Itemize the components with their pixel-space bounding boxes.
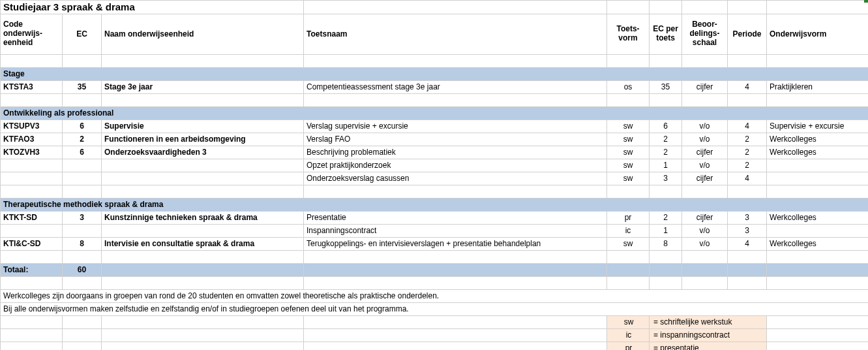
header-row: Code onderwijs-eenheidECNaam onderwijsee… [1,14,869,55]
table-row: Inspanningscontractic1v/o3 [1,225,869,238]
cell-vorm: sw [607,172,650,185]
cell-onderwijsvorm: Praktijkleren [767,81,868,94]
cell-code: KTSUPV3 [1,120,63,133]
col-ec-per-toets: EC per toets [650,14,682,55]
cell-vorm: sw [607,146,650,159]
cell-vorm: ic [607,225,650,238]
cell-onderwijsvorm [767,225,868,238]
table-row: Opzet praktijkonderzoeksw1v/o2 [1,159,869,172]
cell-schaal: v/o [682,120,728,133]
empty-row [1,277,869,290]
cell-periode: 4 [728,172,767,185]
legend-key: pr [607,342,650,351]
col-ec: EC [63,14,102,55]
cell-schaal: cijfer [682,212,728,225]
cell-ec: 6 [63,120,102,133]
cell-onderwijsvorm: Werkcolleges [767,212,868,225]
cell-code [1,225,63,238]
col-toetsvorm: Toets-vorm [607,14,650,55]
col-toetsnaam: Toetsnaam [304,14,607,55]
section-title: Therapeutische methodiek spraak & drama [1,199,869,212]
legend-value: = presentatie [650,342,767,351]
legend-row: pr= presentatie [1,342,869,351]
cell-toets: Verslag FAO [304,133,607,146]
cell-code: KTI&C-SD [1,238,63,251]
cell-vorm: sw [607,133,650,146]
cell-schaal: v/o [682,133,728,146]
cell-naam: Stage 3e jaar [102,81,304,94]
curriculum-table: Studiejaar 3 spraak & dramaCode onderwij… [0,0,868,350]
note-text: Bij alle onderwijsvormen maken zelfstudi… [1,303,869,316]
col-onderwijsvorm: Onderwijsvorm [767,14,868,55]
legend-row: ic= inspanningscontract [1,329,869,342]
col-naam: Naam onderwijseenheid [102,14,304,55]
cell-periode: 2 [728,146,767,159]
green-corner-marker [864,0,868,3]
section-header: Ontwikkeling als professional [1,107,869,120]
empty-row [1,94,869,107]
cell-onderwijsvorm [767,172,868,185]
table-row: KTFAO32Functioneren in een arbeidsomgevi… [1,133,869,146]
section-title: Ontwikkeling als professional [1,107,869,120]
legend-value: = schriftelijke werkstuk [650,316,767,329]
empty-row [1,185,869,199]
cell-ec-per-toets: 35 [650,81,682,94]
legend-key: ic [607,329,650,342]
cell-toets: Inspanningscontract [304,225,607,238]
section-header: Stage [1,68,869,81]
col-code: Code onderwijs-eenheid [1,14,63,55]
cell-naam: Supervisie [102,120,304,133]
cell-ec [63,172,102,185]
cell-onderwijsvorm: Werkcolleges [767,238,868,251]
cell-toets: Onderzoeksverslag casussen [304,172,607,185]
cell-vorm: pr [607,212,650,225]
cell-naam: Kunstzinnige technieken spraak & drama [102,212,304,225]
cell-naam [102,159,304,172]
cell-onderwijsvorm [767,159,868,172]
cell-ec-per-toets: 2 [650,133,682,146]
cell-naam: Functioneren in een arbeidsomgeving [102,133,304,146]
page-title: Studiejaar 3 spraak & drama [1,1,304,14]
cell-vorm: sw [607,159,650,172]
cell-toets: Terugkoppelings- en intervisieverslagen … [304,238,607,251]
legend-row: sw= schriftelijke werkstuk [1,316,869,329]
cell-code [1,172,63,185]
cell-onderwijsvorm: Werkcolleges [767,133,868,146]
cell-schaal: cijfer [682,146,728,159]
cell-ec-per-toets: 2 [650,212,682,225]
cell-toets: Beschrijving problematiek [304,146,607,159]
legend-value: = inspanningscontract [650,329,767,342]
cell-periode: 3 [728,225,767,238]
cell-naam [102,172,304,185]
cell-ec: 3 [63,212,102,225]
legend-key: sw [607,316,650,329]
empty-row [1,55,869,68]
cell-schaal: v/o [682,225,728,238]
table-row: KTKT-SD3Kunstzinnige technieken spraak &… [1,212,869,225]
cell-ec-per-toets: 2 [650,146,682,159]
total-ec: 60 [63,264,102,277]
cell-ec-per-toets: 6 [650,120,682,133]
total-label: Totaal: [1,264,63,277]
cell-periode: 2 [728,133,767,146]
cell-periode: 4 [728,120,767,133]
cell-ec: 8 [63,238,102,251]
cell-toets: Competentieassessment stage 3e jaar [304,81,607,94]
cell-periode: 3 [728,212,767,225]
cell-ec [63,159,102,172]
cell-periode: 4 [728,81,767,94]
cell-toets: Opzet praktijkonderzoek [304,159,607,172]
table-row: KTSTA335Stage 3e jaarCompetentieassessme… [1,81,869,94]
title-row: Studiejaar 3 spraak & drama [1,1,869,14]
cell-code: KTKT-SD [1,212,63,225]
cell-code: KTOZVH3 [1,146,63,159]
cell-schaal: v/o [682,159,728,172]
cell-naam [102,225,304,238]
table-row: KTOZVH36Onderzoeksvaardigheden 3Beschrij… [1,146,869,159]
cell-ec: 6 [63,146,102,159]
cell-schaal: v/o [682,238,728,251]
note-text: Werkcolleges zijn doorgaans in groepen v… [1,290,869,303]
col-schaal: Beoor-delings-schaal [682,14,728,55]
cell-periode: 4 [728,238,767,251]
cell-ec: 35 [63,81,102,94]
